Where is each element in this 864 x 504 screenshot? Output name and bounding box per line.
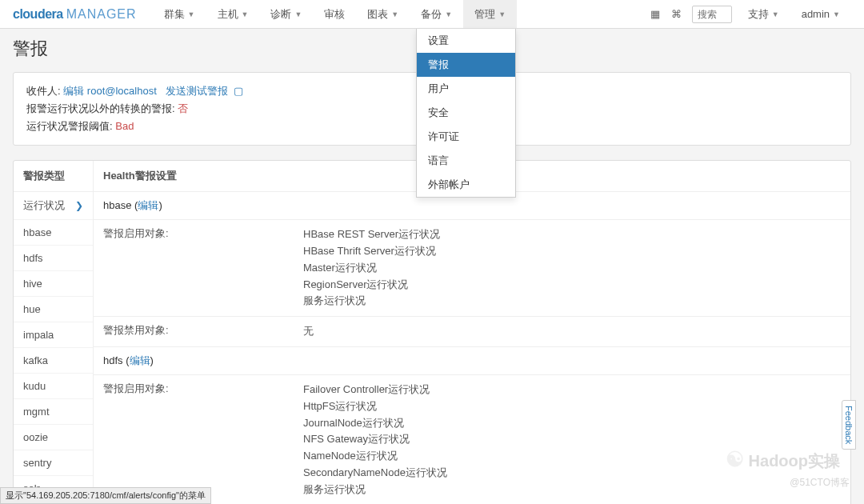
logo-brand: cloudera [13,7,63,22]
transition-label: 报警运行状况以外的转换的警报 [26,102,172,114]
send-test-alert-link[interactable]: 发送测试警报 [166,85,228,97]
nav-support[interactable]: 支持▼ [737,0,790,28]
nav-charts[interactable]: 图表▼ [356,0,410,28]
sidebar-item-impala[interactable]: impala [14,322,93,348]
nav-admin[interactable]: 管理▼ [463,0,517,28]
dropdown-users[interactable]: 用户 [417,77,515,101]
dropdown-alerts[interactable]: 警报 [417,53,515,77]
section-row: 警报禁用对象: 无 [94,317,850,347]
edit-recipients-link[interactable]: 编辑 [63,85,84,97]
nav-user[interactable]: admin▼ [790,0,851,28]
recipient-link[interactable]: root@localhost [87,85,157,97]
sidebar-item-hue[interactable]: hue [14,297,93,322]
gift-icon[interactable]: ▦ [645,8,666,20]
caret-icon: ▼ [772,10,779,18]
sidebar-item-hive[interactable]: hive [14,271,93,297]
dropdown-settings[interactable]: 设置 [417,29,515,53]
sidebar-item-sentry[interactable]: sentry [14,450,93,476]
section-hdfs-edit-link[interactable]: 编辑 [130,354,150,366]
dropdown-license[interactable]: 许可证 [417,125,515,149]
section-row: 警报启用对象: Failover Controller运行状况 HttpFS运行… [94,375,850,504]
caret-icon: ▼ [391,10,398,18]
dropdown-language[interactable]: 语言 [417,149,515,173]
row-values: 无 [303,323,841,340]
logo[interactable]: cloudera MANAGER [13,7,137,22]
row-values: Failover Controller运行状况 HttpFS运行状况 Journ… [303,382,841,498]
sidebar-item-health[interactable]: 运行状况❯ [14,192,93,220]
admin-dropdown: 设置 警报 用户 安全 许可证 语言 外部帐户 [416,29,516,198]
section-row: 警报启用对象: HBase REST Server运行状况 HBase Thri… [94,220,850,317]
caret-icon: ▼ [498,10,506,18]
sidebar-item-kafka[interactable]: kafka [14,348,93,374]
sidebar-item-mgmt[interactable]: mgmt [14,399,93,425]
dropdown-security[interactable]: 安全 [417,101,515,125]
caret-icon: ▼ [242,10,249,18]
top-nav: cloudera MANAGER 群集▼ 主机▼ 诊断▼ 审核 图表▼ 备份▼ … [0,0,864,29]
nav-items: 群集▼ 主机▼ 诊断▼ 审核 图表▼ 备份▼ 管理▼ [153,0,518,28]
chevron-right-icon: ❯ [75,200,83,211]
caret-icon: ▼ [294,10,302,18]
logo-product: MANAGER [66,7,137,22]
row-label: 警报启用对象: [103,226,303,310]
threshold-value-link[interactable]: Bad [115,120,134,132]
sidebar-item-oozie[interactable]: oozie [14,425,93,450]
browser-status-bar: 显示"54.169.205.205:7180/cmf/alerts/config… [0,487,211,504]
nav-audit[interactable]: 审核 [313,0,356,28]
tools-icon[interactable]: ⌘ [666,8,687,20]
sidebar-item-kudu[interactable]: kudu [14,374,93,399]
sidebar-header: 警报类型 [14,161,93,192]
search-input[interactable] [692,6,732,23]
right-panel: Health警报设置 hbase (编辑) 警报启用对象: HBase REST… [94,161,850,504]
threshold-label: 运行状况警报阈值 [26,120,110,132]
content-table: 警报类型 运行状况❯ hbase hdfs hive hue impala ka… [13,160,851,504]
nav-backup[interactable]: 备份▼ [410,0,463,28]
sidebar-item-hbase[interactable]: hbase [14,220,93,246]
nav-diagnostics[interactable]: 诊断▼ [259,0,313,28]
section-hbase-edit-link[interactable]: 编辑 [138,199,158,211]
sidebar: 警报类型 运行状况❯ hbase hdfs hive hue impala ka… [14,161,94,504]
row-label: 警报启用对象: [103,382,303,498]
caret-icon: ▼ [188,10,195,18]
feedback-tab[interactable]: Feedback [842,400,856,450]
section-hdfs-title: hdfs (编辑) [94,347,850,375]
nav-hosts[interactable]: 主机▼ [206,0,260,28]
nav-cluster[interactable]: 群集▼ [153,0,206,28]
sidebar-item-hdfs[interactable]: hdfs [14,246,93,271]
dropdown-external-accounts[interactable]: 外部帐户 [417,173,515,197]
row-values: HBase REST Server运行状况 HBase Thrift Serve… [303,226,841,310]
caret-icon: ▼ [445,10,452,18]
caret-icon: ▼ [833,10,840,18]
recipients-label: 收件人 [26,85,58,97]
row-label: 警报禁用对象: [103,323,303,340]
nav-right: ▦ ⌘ 支持▼ admin▼ [645,0,851,28]
transition-value-link[interactable]: 否 [178,102,188,114]
external-link-icon: ▢ [234,85,243,97]
